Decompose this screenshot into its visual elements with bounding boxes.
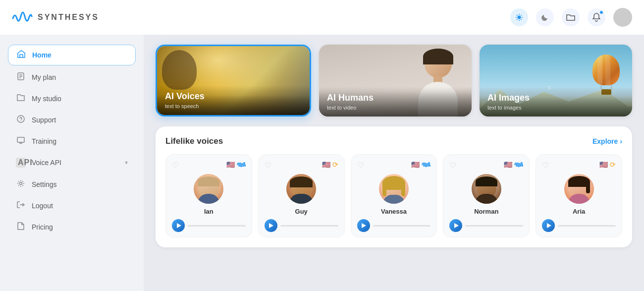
svg-line-8	[517, 19, 518, 20]
heart-icon-ian[interactable]: ♡	[172, 161, 179, 170]
heart-icon-norman[interactable]: ♡	[449, 161, 456, 170]
sidebar-item-my-studio[interactable]: My studio	[8, 89, 136, 108]
voice-cards-list: ♡ 🇺🇸 Ian	[165, 154, 622, 237]
flag-vanessa: 🇺🇸	[411, 161, 420, 169]
heart-icon-aria[interactable]: ♡	[542, 161, 549, 170]
ai-images-subtitle: text to images	[487, 105, 624, 111]
voices-section: Lifelike voices Explore › ♡ 🇺🇸	[156, 126, 632, 247]
header-controls	[510, 8, 632, 27]
vc-top-aria: ♡ 🇺🇸 ⟳	[542, 161, 616, 170]
play-row-aria	[542, 219, 616, 232]
pricing-icon	[16, 222, 26, 232]
waveform-icon-ian	[237, 162, 246, 167]
sidebar-item-voice-api-label: Voice API	[32, 159, 119, 167]
chevron-down-icon: ▾	[125, 159, 128, 166]
sidebar-item-settings[interactable]: Settings	[8, 175, 136, 194]
play-button-vanessa[interactable]	[357, 219, 370, 232]
ai-voices-overlay: AI Voices text to speech	[157, 85, 310, 115]
logout-icon	[16, 201, 26, 210]
play-row-norman	[449, 219, 523, 232]
ai-humans-subtitle: text to video	[327, 105, 464, 111]
play-row-guy	[265, 219, 338, 232]
app-header: SYNTHESYS	[0, 0, 644, 35]
moon-button[interactable]	[536, 8, 554, 26]
loop-icon-guy: ⟳	[332, 161, 338, 169]
voice-card-aria: ♡ 🇺🇸 ⟳ Aria	[536, 154, 622, 237]
sidebar-item-voice-api[interactable]: API Voice API ▾	[8, 153, 136, 173]
ai-images-title: AI Images	[487, 93, 624, 104]
voice-name-vanessa: Vanessa	[357, 208, 431, 215]
play-row-ian	[172, 219, 246, 232]
ai-images-overlay: AI Images text to images	[480, 87, 632, 116]
ai-voices-title: AI Voices	[165, 91, 302, 102]
feature-card-ai-images[interactable]: c AI Images text to images	[480, 45, 632, 116]
svg-point-17	[20, 182, 22, 185]
heart-icon-guy[interactable]: ♡	[265, 161, 271, 170]
flags-icons-norman: 🇺🇸	[504, 161, 523, 169]
vc-top-ian: ♡ 🇺🇸	[172, 161, 246, 170]
explore-label: Explore	[592, 137, 618, 145]
progress-bar-guy	[280, 225, 338, 227]
sidebar-item-logout[interactable]: Logout	[8, 196, 136, 215]
sidebar-item-support[interactable]: Support	[8, 110, 136, 130]
notification-button[interactable]	[588, 8, 605, 26]
feature-card-ai-humans[interactable]: AI Humans text to video	[319, 45, 472, 116]
sidebar-item-my-plan[interactable]: My plan	[8, 67, 136, 87]
flags-icons-ian: 🇺🇸	[226, 161, 246, 169]
user-avatar-button[interactable]	[613, 8, 632, 27]
vc-top-norman: ♡ 🇺🇸	[449, 161, 523, 170]
explore-arrow: ›	[620, 137, 622, 145]
sidebar-item-pricing-label: Pricing	[32, 223, 128, 231]
ai-humans-title: AI Humans	[327, 93, 464, 104]
sidebar-item-logout-label: Logout	[32, 202, 128, 210]
progress-bar-vanessa	[373, 225, 431, 227]
flag-aria: 🇺🇸	[599, 161, 608, 169]
flags-icons-guy: 🇺🇸 ⟳	[322, 161, 338, 169]
svg-rect-14	[17, 137, 24, 142]
voice-name-guy: Guy	[265, 208, 338, 215]
svg-point-0	[518, 16, 521, 19]
play-row-vanessa	[357, 219, 431, 232]
sidebar-item-training[interactable]: Training	[8, 132, 136, 151]
waveform-icon-vanessa	[422, 162, 430, 167]
play-button-ian[interactable]	[172, 219, 185, 232]
heart-icon-vanessa[interactable]: ♡	[357, 161, 364, 170]
support-icon	[16, 115, 26, 125]
voice-name-ian: Ian	[172, 208, 246, 215]
sidebar-item-my-plan-label: My plan	[32, 73, 128, 81]
svg-line-7	[521, 15, 522, 16]
logo-text: SYNTHESYS	[38, 13, 99, 22]
sidebar-item-my-studio-label: My studio	[32, 95, 128, 103]
sidebar-item-settings-label: Settings	[32, 180, 128, 188]
sidebar-item-training-label: Training	[32, 137, 128, 145]
flag-norman: 🇺🇸	[504, 161, 512, 169]
voices-section-title: Lifelike voices	[165, 136, 223, 146]
svg-line-6	[521, 19, 522, 20]
waveform-icon-norman	[514, 162, 523, 167]
vc-top-guy: ♡ 🇺🇸 ⟳	[265, 161, 338, 170]
settings-icon	[16, 179, 26, 189]
voice-name-norman: Norman	[449, 208, 523, 215]
explore-link[interactable]: Explore ›	[592, 137, 622, 145]
play-button-norman[interactable]	[449, 219, 462, 232]
progress-bar-ian	[188, 225, 246, 227]
studio-icon	[16, 94, 26, 103]
sidebar-item-home[interactable]: Home	[8, 45, 136, 65]
progress-bar-norman	[465, 225, 523, 227]
play-button-guy[interactable]	[265, 219, 277, 232]
play-button-aria[interactable]	[542, 219, 555, 232]
home-icon	[16, 50, 26, 60]
logo: SYNTHESYS	[12, 8, 99, 27]
sidebar: Home My plan My studio	[0, 35, 144, 291]
flags-icons-aria: 🇺🇸 ⟳	[599, 161, 616, 169]
folder-button[interactable]	[562, 8, 580, 26]
notification-dot	[599, 10, 603, 14]
sidebar-item-pricing[interactable]: Pricing	[8, 217, 136, 237]
voice-name-aria: Aria	[542, 208, 616, 215]
vc-top-vanessa: ♡ 🇺🇸	[357, 161, 431, 170]
sun-button[interactable]	[510, 8, 528, 26]
voices-header: Lifelike voices Explore ›	[165, 136, 622, 146]
training-icon	[16, 137, 26, 146]
feature-card-ai-voices[interactable]: AI Voices text to speech	[156, 45, 311, 116]
logo-icon	[12, 8, 33, 27]
